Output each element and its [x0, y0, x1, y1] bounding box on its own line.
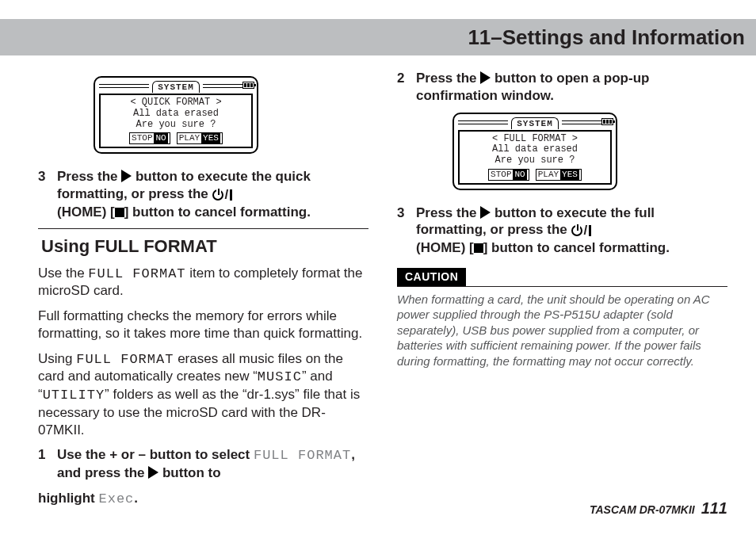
step-2-full: 2 Press the button to open a pop-up conf…: [397, 70, 727, 105]
lcd-full-format-screenshot: SYSTEM < FULL FORMAT > All data erased A…: [397, 113, 727, 190]
lcd-line: < QUICK FORMAT >: [101, 97, 251, 109]
play-icon: [148, 466, 158, 479]
caution-text: When formatting a card, the unit should …: [397, 292, 727, 369]
play-icon: [480, 206, 491, 219]
lcd-line: All data erased: [460, 144, 610, 155]
lcd-quick-format-screenshot: SYSTEM < QUICK FORMAT > All data erased …: [38, 76, 368, 154]
lcd-tab: SYSTEM: [511, 117, 559, 129]
home-button-icon: /: [571, 222, 592, 239]
chapter-header: 11–Settings and Information: [0, 19, 756, 55]
lcd-line: Are you sure ?: [460, 155, 610, 166]
product-name: TASCAM DR-07MKII: [590, 503, 695, 516]
battery-icon: [601, 118, 613, 125]
step-1-continuation: highlight Exec.: [38, 490, 368, 508]
play-icon: [480, 71, 491, 84]
paragraph: Full formatting checks the memory for er…: [38, 308, 368, 342]
lcd-stop-no: STOPNO: [129, 132, 170, 144]
caution-label: CAUTION: [397, 268, 466, 286]
caution-box: CAUTION When formatting a card, the unit…: [397, 265, 727, 369]
lcd-play-yes: PLAYYES: [536, 169, 582, 181]
stop-icon: [474, 243, 483, 253]
home-button-icon: /: [212, 186, 233, 204]
lcd-stop-no: STOPNO: [488, 169, 529, 181]
page: 11–Settings and Information SYSTEM < QUI…: [0, 0, 756, 535]
stop-icon: [115, 208, 124, 217]
chapter-title: 11–Settings and Information: [468, 25, 745, 50]
section-title: Using FULL FORMAT: [41, 235, 368, 258]
step-3-full: 3 Press the button to execute the full f…: [397, 204, 727, 257]
lcd-play-yes: PLAYYES: [177, 132, 223, 144]
two-column-body: SYSTEM < QUICK FORMAT > All data erased …: [38, 70, 727, 508]
step-3-quick: 3 Press the button to execute the quick …: [38, 168, 368, 220]
lcd-line: All data erased: [101, 109, 251, 120]
lcd-tab: SYSTEM: [152, 81, 200, 93]
lcd-line: Are you sure ?: [101, 120, 251, 131]
page-footer: TASCAM DR-07MKII 111: [590, 499, 727, 518]
page-number: 111: [701, 499, 727, 517]
section-rule: [38, 228, 368, 229]
battery-icon: [242, 82, 254, 89]
lcd-line: < FULL FORMAT >: [460, 134, 610, 145]
step-1-full: 1 Use the + or – button to select FULL F…: [38, 446, 368, 482]
play-icon: [121, 170, 132, 182]
paragraph: Using FULL FORMAT erases all music files…: [38, 350, 368, 439]
paragraph: Use the FULL FORMAT item to completely f…: [38, 265, 368, 300]
